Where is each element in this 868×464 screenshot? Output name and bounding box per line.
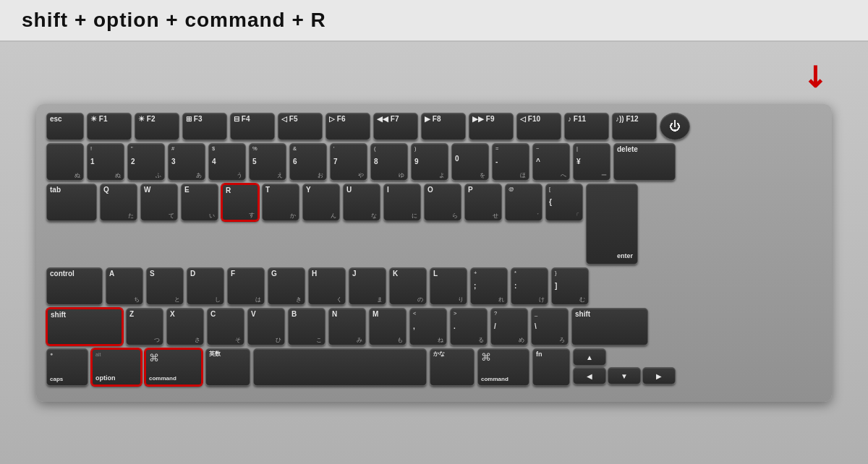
key-r[interactable]: R す	[221, 184, 259, 221]
key-equals[interactable]: ~ ^ へ	[532, 143, 570, 181]
key-9[interactable]: ) 9 よ	[411, 143, 448, 181]
key-j[interactable]: J ま	[349, 267, 386, 305]
key-f12[interactable]: ♪)) F12	[612, 113, 657, 140]
top-bar: shift + option + command + R	[0, 0, 868, 42]
key-7[interactable]: ' 7 や	[330, 143, 367, 181]
key-delete[interactable]: delete	[613, 143, 676, 181]
key-q[interactable]: Q た	[100, 184, 137, 221]
key-period[interactable]: > . る	[450, 308, 488, 345]
key-power[interactable]: ⏻	[660, 113, 690, 140]
key-a[interactable]: A ち	[106, 267, 143, 305]
key-fn-bottom[interactable]: fn	[532, 348, 570, 386]
key-rightbracket[interactable]: [ { 「	[545, 184, 583, 221]
key-s[interactable]: S と	[146, 267, 184, 305]
key-h[interactable]: H く	[308, 267, 346, 305]
key-5[interactable]: % 5 え	[249, 143, 286, 181]
key-u[interactable]: U な	[343, 184, 380, 221]
zxcv-key-row: shift Z つ X さ C そ V ひ B こ N	[46, 308, 822, 345]
key-caps[interactable]: control	[46, 267, 103, 305]
key-quote[interactable]: * : け	[511, 267, 548, 305]
key-f10[interactable]: ◁ F10	[516, 113, 561, 140]
key-enter[interactable]: enter	[586, 184, 638, 265]
key-d[interactable]: D し	[187, 267, 224, 305]
key-f[interactable]: F は	[227, 267, 265, 305]
key-4[interactable]: $ 4 う	[208, 143, 246, 181]
qwerty-key-row: tab Q た W て E い R す T か Y	[46, 184, 822, 265]
key-c[interactable]: C そ	[207, 308, 244, 345]
key-leftbracket[interactable]: @ ゛	[505, 184, 542, 221]
key-b[interactable]: B こ	[288, 308, 326, 345]
asdf-key-row: control A ち S と D し F は G き	[46, 267, 822, 305]
key-f11[interactable]: ♪ F11	[564, 113, 609, 140]
key-8[interactable]: ( 8 ゆ	[370, 143, 408, 181]
key-comma[interactable]: < , ね	[409, 308, 447, 345]
key-arrow-left[interactable]: ◀	[573, 367, 606, 384]
key-minus[interactable]: = - ほ	[492, 143, 529, 181]
key-f9[interactable]: ▶▶ F9	[469, 113, 514, 140]
key-f8[interactable]: ▶ F8	[421, 113, 466, 140]
key-m[interactable]: M も	[369, 308, 407, 345]
key-arrow-up[interactable]: ▲	[573, 348, 606, 366]
key-3[interactable]: # 3 あ	[168, 143, 205, 181]
key-f1[interactable]: ☀ F1	[87, 113, 132, 140]
key-f3[interactable]: ⊞ F3	[182, 113, 227, 140]
key-6[interactable]: & 6 お	[289, 143, 327, 181]
key-2[interactable]: " 2 ふ	[127, 143, 165, 181]
key-y[interactable]: Y ん	[302, 184, 340, 221]
key-f4[interactable]: ⊟ F4	[230, 113, 275, 140]
key-k[interactable]: K の	[389, 267, 427, 305]
key-eisu[interactable]: 英数	[205, 348, 250, 386]
key-1[interactable]: ! 1 ぬ	[87, 143, 124, 181]
key-g[interactable]: G き	[268, 267, 305, 305]
key-option[interactable]: alt option	[91, 348, 142, 386]
number-key-row: ぬ ! 1 ぬ " 2 ふ # 3 あ $ 4 う	[46, 143, 822, 181]
key-x[interactable]: X さ	[166, 308, 204, 345]
key-0[interactable]: 0 を	[451, 143, 489, 181]
key-kana[interactable]: かな	[430, 348, 475, 386]
keyboard: esc ☀ F1 ☀ F2 ⊞ F3 ⊟ F4 ◁ F5 ▷ F6 ◀◀ F7	[36, 104, 832, 402]
key-i[interactable]: I に	[383, 184, 421, 221]
key-tab[interactable]: tab	[46, 184, 97, 221]
key-backslash[interactable]: | ¥ ー	[573, 143, 610, 181]
shortcut-title: shift + option + command + R	[22, 9, 326, 32]
key-shift-right[interactable]: shift	[571, 308, 648, 345]
key-rightslash[interactable]: _ \ ろ	[531, 308, 569, 345]
arrow-key-cluster: ▲ ◀ ▼ ▶	[573, 348, 676, 386]
key-t[interactable]: T か	[262, 184, 299, 221]
key-command-right[interactable]: ⌘ command	[477, 348, 529, 386]
key-shift-left[interactable]: shift	[46, 308, 123, 345]
key-semicolon[interactable]: + ; れ	[470, 267, 508, 305]
key-backtick[interactable]: ぬ	[46, 143, 84, 181]
key-space[interactable]	[253, 348, 427, 386]
key-f5[interactable]: ◁ F5	[278, 113, 323, 140]
key-f7[interactable]: ◀◀ F7	[373, 113, 418, 140]
bottom-key-row: ● caps alt option ⌘ command 英数 かな ⌘	[46, 348, 822, 386]
key-command-left[interactable]: ⌘ command	[145, 348, 203, 386]
key-z[interactable]: Z つ	[126, 308, 163, 345]
key-n[interactable]: N み	[328, 308, 366, 345]
key-l[interactable]: L り	[430, 267, 467, 305]
key-f6[interactable]: ▷ F6	[326, 113, 370, 140]
key-f2[interactable]: ☀ F2	[135, 113, 179, 140]
key-e[interactable]: E い	[181, 184, 218, 221]
fn-key-row: esc ☀ F1 ☀ F2 ⊞ F3 ⊟ F4 ◁ F5 ▷ F6 ◀◀ F7	[46, 113, 822, 140]
key-p[interactable]: P せ	[464, 184, 502, 221]
key-v[interactable]: V ひ	[247, 308, 285, 345]
key-caps-lock[interactable]: ● caps	[46, 348, 88, 386]
key-arrow-down[interactable]: ▼	[608, 367, 641, 384]
key-slash[interactable]: ? / め	[490, 308, 528, 345]
key-backslash2[interactable]: } ] む	[551, 267, 589, 305]
key-o[interactable]: O ら	[424, 184, 461, 221]
key-esc[interactable]: esc	[46, 113, 84, 140]
keyboard-wrapper: esc ☀ F1 ☀ F2 ⊞ F3 ⊟ F4 ◁ F5 ▷ F6 ◀◀ F7	[0, 42, 868, 464]
key-arrow-right[interactable]: ▶	[642, 367, 676, 384]
key-w[interactable]: W て	[140, 184, 178, 221]
